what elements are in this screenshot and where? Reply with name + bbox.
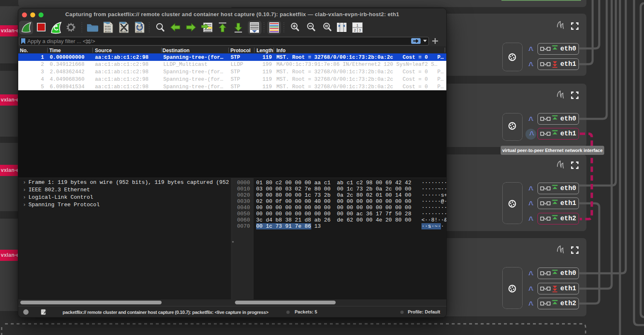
svg-text:1: 1 <box>356 23 358 27</box>
svg-text:3: 3 <box>359 28 361 32</box>
svg-text:2: 2 <box>354 28 356 32</box>
